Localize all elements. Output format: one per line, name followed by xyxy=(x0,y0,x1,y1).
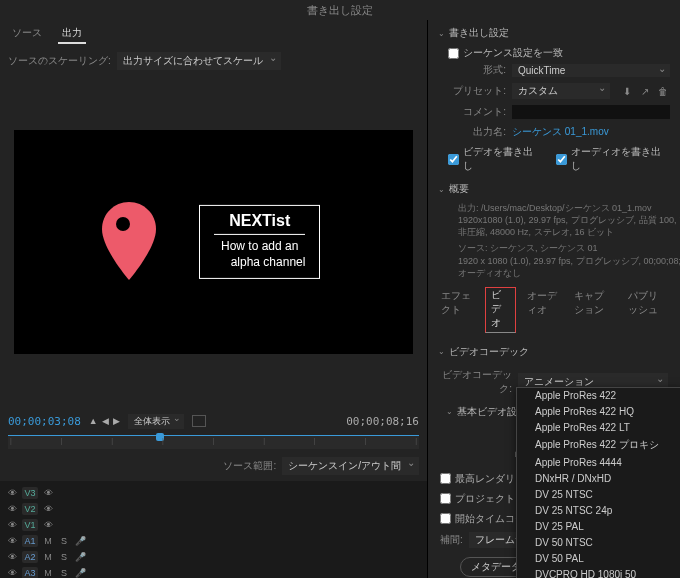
display-dropdown[interactable]: 全体表示 xyxy=(128,414,184,429)
subtab-video[interactable]: ビデオ xyxy=(485,287,517,333)
map-pin-icon xyxy=(99,202,159,282)
export-settings-header: 書き出し設定 xyxy=(449,26,509,40)
comment-input[interactable] xyxy=(512,105,670,119)
scrub-bar[interactable]: ||||||||| xyxy=(8,435,419,449)
preview-subtitle: How to add an alpha channel xyxy=(214,239,305,270)
playback-controls[interactable]: ▲◀▶ xyxy=(89,416,120,426)
import-preset-icon[interactable]: ↗ xyxy=(638,86,652,97)
preview-area: NEXTist How to add an alpha channel xyxy=(0,74,427,410)
preview-title: NEXTist xyxy=(214,212,305,235)
save-preset-icon[interactable]: ⬇ xyxy=(620,86,634,97)
subtab-audio[interactable]: オーディオ xyxy=(524,287,563,333)
delete-preset-icon[interactable]: 🗑 xyxy=(656,86,670,97)
codec-menu-item[interactable]: Apple ProRes 422 xyxy=(517,388,680,404)
export-video-checkbox[interactable] xyxy=(448,154,459,165)
left-panel: ソース 出力 ソースのスケーリング: 出力サイズに合わせてスケール NEXTis… xyxy=(0,20,428,578)
summary-source: ソース: シーケンス, シーケンス 01 1920 x 1080 (1.0), … xyxy=(448,242,670,278)
max-quality-checkbox[interactable] xyxy=(440,473,451,484)
track-panel: 👁V3👁 👁V2👁 👁V1👁 👁A1MS🎤 👁A2MS🎤 👁A3MS🎤 xyxy=(0,481,427,578)
track-row: 👁A3MS🎤 xyxy=(6,565,421,578)
tab-output[interactable]: 出力 xyxy=(58,24,86,44)
codec-menu-item[interactable]: Apple ProRes 422 プロキシ xyxy=(517,436,680,455)
summary-output: 出力: /Users/mac/Desktop/シーケンス 01_1.mov 19… xyxy=(448,202,670,238)
codec-menu-item[interactable]: DVCPRO HD 1080i 50 xyxy=(517,567,680,578)
summary-header: 概要 xyxy=(449,182,469,196)
preset-dropdown[interactable]: カスタム xyxy=(512,83,610,99)
export-audio-checkbox[interactable] xyxy=(556,154,567,165)
codec-menu-item[interactable]: Apple ProRes 4444 xyxy=(517,455,680,471)
track-row: 👁A1MS🎤 xyxy=(6,533,421,549)
source-range-dropdown[interactable]: シーケンスイン/アウト間 xyxy=(282,457,419,475)
track-row: 👁V3👁 xyxy=(6,485,421,501)
preview-title-card: NEXTist How to add an alpha channel xyxy=(199,205,320,279)
preview-frame: NEXTist How to add an alpha channel xyxy=(14,130,413,354)
track-row: 👁V1👁 xyxy=(6,517,421,533)
track-row: 👁V2👁 xyxy=(6,501,421,517)
source-range-label: ソース範囲: xyxy=(223,459,276,473)
start-timecode-checkbox[interactable] xyxy=(440,513,451,524)
codec-menu-item[interactable]: Apple ProRes 422 LT xyxy=(517,420,680,436)
scaling-dropdown[interactable]: 出力サイズに合わせてスケール xyxy=(117,52,281,70)
codec-menu[interactable]: Apple ProRes 422Apple ProRes 422 HQApple… xyxy=(516,387,680,578)
codec-header: ビデオコーデック xyxy=(449,345,529,359)
codec-menu-item[interactable]: DV 50 NTSC xyxy=(517,535,680,551)
current-timecode[interactable]: 00;00;03;08 xyxy=(8,415,81,428)
track-row: 👁A2MS🎤 xyxy=(6,549,421,565)
tab-source[interactable]: ソース xyxy=(8,24,46,44)
output-name-link[interactable]: シーケンス 01_1.mov xyxy=(512,125,609,139)
subtab-caption[interactable]: キャプション xyxy=(571,287,616,333)
total-timecode: 00;00;08;16 xyxy=(346,415,419,428)
scaling-label: ソースのスケーリング: xyxy=(8,54,111,68)
codec-menu-item[interactable]: Apple ProRes 422 HQ xyxy=(517,404,680,420)
aspect-icon[interactable] xyxy=(192,415,206,427)
subtab-publish[interactable]: パブリッシュ xyxy=(625,287,670,333)
codec-menu-item[interactable]: DV 50 PAL xyxy=(517,551,680,567)
right-panel: ⌄書き出し設定 シーケンス設定を一致 形式:QuickTime プリセット:カス… xyxy=(428,20,680,578)
codec-menu-item[interactable]: DV 25 NTSC xyxy=(517,487,680,503)
svg-point-0 xyxy=(116,217,130,231)
codec-menu-item[interactable]: DNxHR / DNxHD xyxy=(517,471,680,487)
format-dropdown[interactable]: QuickTime xyxy=(512,64,670,77)
match-sequence-checkbox[interactable] xyxy=(448,48,459,59)
window-title: 書き出し設定 xyxy=(0,0,680,20)
import-project-checkbox[interactable] xyxy=(440,493,451,504)
codec-menu-item[interactable]: DV 25 PAL xyxy=(517,519,680,535)
subtab-effect[interactable]: エフェクト xyxy=(438,287,477,333)
codec-menu-item[interactable]: DV 25 NTSC 24p xyxy=(517,503,680,519)
